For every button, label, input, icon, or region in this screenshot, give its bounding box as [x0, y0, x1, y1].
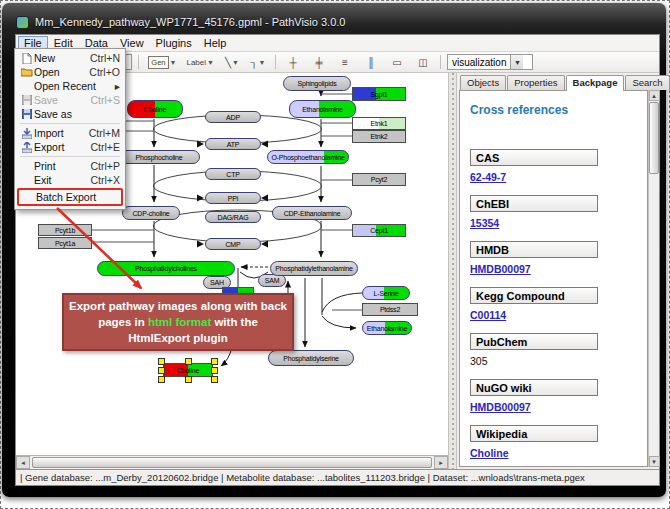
- scrollbar-thumb[interactable]: [32, 457, 432, 468]
- selection-handle[interactable]: [211, 358, 218, 365]
- connector-tool-button[interactable]: ┐▼: [247, 54, 269, 71]
- gene-tool-button[interactable]: Gen▼: [145, 54, 179, 71]
- menu-item-save-as[interactable]: Save as: [17, 107, 123, 121]
- title-bar[interactable]: Mm_Kennedy_pathway_WP1771_45176.gpml - P…: [16, 12, 652, 32]
- selection-handle[interactable]: [158, 376, 165, 383]
- chevron-down-icon[interactable]: ▼: [207, 59, 214, 66]
- node-ctp[interactable]: CTP: [205, 168, 261, 180]
- stack-icon: ◫: [418, 57, 427, 68]
- align-center-y-icon: ╪: [315, 57, 322, 68]
- selection-handle[interactable]: [211, 367, 218, 374]
- line-icon: ╲: [225, 57, 231, 68]
- node-atp[interactable]: ATP: [205, 138, 261, 150]
- menu-plugins[interactable]: Plugins: [150, 36, 198, 50]
- status-bar: | Gene database: ...m_Derby_20120602.bri…: [16, 469, 659, 485]
- menu-item-open-recent[interactable]: Open Recent▸: [17, 79, 123, 93]
- common-size-icon: ▭: [392, 57, 401, 68]
- distribute-h-button[interactable]: ≡: [334, 54, 356, 71]
- xref-link[interactable]: C00114: [470, 309, 637, 321]
- align-center-y-button[interactable]: ╪: [308, 54, 330, 71]
- scroll-left-icon[interactable]: ◂: [16, 456, 30, 469]
- scrollbar-thumb[interactable]: [649, 102, 659, 174]
- gene-node-sgpl1[interactable]: Sgpl1: [352, 87, 406, 101]
- node-dag-rag[interactable]: DAG/RAG: [205, 211, 261, 223]
- tab-objects[interactable]: Objects: [460, 75, 506, 90]
- app-icon: [16, 16, 29, 29]
- xref-section-title: Kegg Compound: [470, 287, 598, 304]
- gene-node-cept1[interactable]: Cept1: [352, 224, 406, 237]
- visualization-combobox[interactable]: visualization ▼: [447, 54, 533, 70]
- node-choline[interactable]: Choline: [127, 100, 183, 118]
- xref-link[interactable]: Choline: [470, 447, 637, 459]
- gene-node-pcyt1a[interactable]: Pcyt1a: [38, 237, 92, 249]
- gene-node-pcyt1b[interactable]: Pcyt1b: [38, 224, 92, 236]
- chevron-down-icon[interactable]: ▼: [170, 59, 177, 66]
- node-cdp-choline[interactable]: CDP-choline: [122, 206, 180, 220]
- menu-help[interactable]: Help: [198, 36, 233, 50]
- menu-item-new[interactable]: NewCtrl+N: [17, 51, 123, 65]
- selection-handle[interactable]: [185, 358, 192, 365]
- align-center-x-button[interactable]: ┼: [282, 54, 304, 71]
- node-cdp-ethanolamine[interactable]: CDP-Ethanolamine: [272, 206, 352, 220]
- node-phosphatidylethanolamine[interactable]: Phosphatidylethanolamine: [270, 261, 358, 276]
- chevron-down-icon[interactable]: ▼: [232, 59, 239, 66]
- node-ethanolamine[interactable]: Ethanolamine: [289, 100, 356, 118]
- gene-tool-icon: Gen: [148, 56, 168, 69]
- label-tool-button[interactable]: Label▼: [183, 54, 217, 71]
- tab-properties[interactable]: Properties: [507, 75, 564, 90]
- sidebar-vertical-scrollbar[interactable]: ▴ ▾: [648, 90, 659, 467]
- node-o-phosphoethanolamine[interactable]: O-Phosphoethanolamine: [267, 150, 349, 164]
- selection-handle[interactable]: [158, 358, 165, 365]
- xref-section-chebi: ChEBI 15354: [470, 195, 637, 229]
- chevron-down-icon[interactable]: ▼: [510, 55, 523, 69]
- tab-backpage[interactable]: Backpage: [566, 75, 625, 91]
- node-phosphatidylserine[interactable]: Phosphatidylserine: [268, 350, 354, 366]
- node-ethanolamine-2[interactable]: Ethanolamine: [362, 321, 412, 335]
- new-file-icon: [20, 53, 34, 64]
- horizontal-scrollbar[interactable]: ◂ ▸: [16, 455, 448, 469]
- selection-handle[interactable]: [211, 376, 218, 383]
- import-icon: [20, 128, 34, 139]
- node-cmp[interactable]: CMP: [205, 238, 261, 250]
- selection-handle[interactable]: [158, 367, 165, 374]
- xref-section-pubchem: PubChem 305: [470, 333, 637, 367]
- xref-link[interactable]: 62-49-7: [470, 171, 637, 183]
- distribute-v-button[interactable]: ║: [360, 54, 382, 71]
- scroll-right-icon[interactable]: ▸: [434, 456, 448, 469]
- node-ppi[interactable]: PPi: [205, 192, 261, 204]
- scroll-down-icon[interactable]: ▾: [649, 456, 660, 467]
- gene-node-etnk2[interactable]: Etnk2: [352, 130, 406, 143]
- menu-item-open[interactable]: OpenCtrl+O: [17, 65, 123, 79]
- node-sphingolipids[interactable]: Sphingolipids: [283, 76, 351, 91]
- file-menu-popup: NewCtrl+N OpenCtrl+O Open Recent▸ SaveCt…: [14, 48, 126, 210]
- menu-item-exit[interactable]: ExitCtrl+X: [17, 173, 123, 187]
- xref-link[interactable]: 15354: [470, 217, 637, 229]
- tab-search[interactable]: Search: [625, 75, 669, 90]
- node-adp[interactable]: ADP: [205, 111, 261, 123]
- xref-link[interactable]: HMDB00097: [470, 263, 637, 275]
- gene-node-ptdss2[interactable]: Ptdss2: [362, 303, 418, 316]
- node-phosphocholine[interactable]: Phosphocholine: [118, 150, 200, 164]
- selection-handle[interactable]: [185, 376, 192, 383]
- menu-item-batch-export[interactable]: Batch Export: [19, 190, 121, 204]
- menu-item-export[interactable]: ExportCtrl+E: [17, 140, 123, 154]
- scroll-up-icon[interactable]: ▴: [649, 90, 660, 101]
- menu-item-print[interactable]: PrintCtrl+P: [17, 159, 123, 173]
- menu-item-save[interactable]: SaveCtrl+S: [17, 93, 123, 107]
- stack-button[interactable]: ◫: [412, 54, 434, 71]
- annotation-highlight: html format: [148, 316, 211, 328]
- line-tool-button[interactable]: ╲▼: [221, 54, 243, 71]
- chevron-down-icon[interactable]: ▼: [259, 59, 266, 66]
- xref-link[interactable]: HMDB00097: [470, 401, 637, 413]
- node-choline-selected[interactable]: Choline: [163, 363, 213, 377]
- gene-node-pcyt2[interactable]: Pcyt2: [352, 173, 406, 186]
- menu-item-import[interactable]: ImportCtrl+M: [17, 126, 123, 140]
- node-phosphatidylcholines[interactable]: Phosphatidylcholines: [97, 261, 235, 276]
- backpage-panel-wrap: Cross references CAS 62-49-7 ChEBI 15354…: [457, 90, 659, 469]
- canvas-sidebar-splitter[interactable]: [448, 73, 457, 469]
- xref-section-title: ChEBI: [470, 195, 598, 212]
- export-icon: [20, 142, 34, 153]
- gene-node-etnk1[interactable]: Etnk1: [352, 117, 406, 130]
- node-l-serine[interactable]: L-Serine: [362, 286, 410, 300]
- common-size-button[interactable]: ▭: [386, 54, 408, 71]
